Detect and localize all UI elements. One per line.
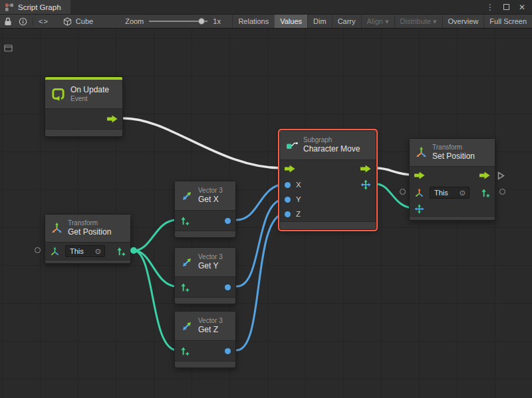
wire-getposition-to-getz[interactable] xyxy=(134,250,177,350)
vector3-icon xyxy=(180,189,194,203)
value-output-port[interactable] xyxy=(225,284,231,290)
relations-button[interactable]: Relations xyxy=(232,15,274,28)
getposition-value-output-port[interactable] xyxy=(130,247,137,254)
distribute-dropdown[interactable]: Distribute ▾ xyxy=(394,15,442,28)
input-port-y[interactable] xyxy=(285,197,291,203)
flow-input-port[interactable] xyxy=(414,171,425,179)
value-output-port[interactable] xyxy=(225,348,231,354)
flow-output-port[interactable] xyxy=(479,171,490,179)
graph-inspector-icon[interactable] xyxy=(4,43,13,55)
flow-output-port[interactable] xyxy=(360,165,371,173)
port-label-z: Z xyxy=(296,210,301,218)
wire-flow-onupdate-to-charactermove[interactable] xyxy=(124,118,282,168)
node-footer xyxy=(175,297,235,304)
node-footer xyxy=(175,231,235,237)
node-title: Get Z xyxy=(198,325,223,335)
node-get-y[interactable]: Vector 3 Get Y xyxy=(174,247,236,304)
toolbar-separator xyxy=(33,17,33,26)
node-category: Subgraph xyxy=(303,136,360,145)
vector3-input-port-icon[interactable] xyxy=(180,216,190,226)
node-header[interactable]: Transform Get Position xyxy=(45,215,130,243)
vector3-input-port-icon[interactable] xyxy=(414,204,424,214)
zoom-control: Zoom 1x xyxy=(125,17,221,25)
title-bar: Script Graph ⋮ ✕ xyxy=(0,0,532,15)
node-header[interactable]: Vector 3 Get Y xyxy=(175,248,235,277)
target-field[interactable]: This ⊙ xyxy=(430,187,469,199)
target-object-label[interactable]: Cube xyxy=(76,17,93,25)
object-picker-icon[interactable]: ⊙ xyxy=(95,247,101,256)
tab-script-graph[interactable]: Script Graph xyxy=(0,0,70,14)
object-picker-icon[interactable]: ⊙ xyxy=(460,189,466,197)
node-set-position[interactable]: Transform Set Position xyxy=(409,138,495,221)
target-field[interactable]: This ⊙ xyxy=(65,245,105,257)
window-chrome: ⋮ ✕ xyxy=(486,0,532,14)
getposition-this-unconnected-port[interactable] xyxy=(35,247,41,253)
close-icon[interactable]: ✕ xyxy=(519,3,525,11)
zoom-slider-knob[interactable] xyxy=(198,18,205,25)
script-graph-icon xyxy=(5,3,14,12)
node-header[interactable]: Vector 3 Get Z xyxy=(175,312,235,341)
zoom-slider[interactable] xyxy=(149,17,207,25)
node-get-z[interactable]: Vector 3 Get Z xyxy=(174,311,236,368)
vector3-icon xyxy=(180,256,194,269)
wire-getx-to-charactermove-x[interactable] xyxy=(237,184,286,220)
node-header[interactable]: Subgraph Character Move xyxy=(280,131,376,160)
node-get-position[interactable]: Transform Get Position This ⊙ xyxy=(45,214,131,264)
node-character-move[interactable]: Subgraph Character Move X xyxy=(279,130,376,230)
node-header[interactable]: Transform Set Position xyxy=(410,139,495,167)
node-category: Vector 3 xyxy=(198,253,223,262)
setposition-value-unconnected-port[interactable] xyxy=(499,189,505,195)
zoom-value: 1x xyxy=(213,17,221,25)
transform-icon xyxy=(51,222,63,235)
node-footer xyxy=(45,260,130,263)
node-header[interactable]: On Update Event xyxy=(45,80,122,109)
edit-graph-icon[interactable]: <> xyxy=(39,17,49,25)
overview-button[interactable]: Overview xyxy=(442,15,484,28)
node-title: Set Position xyxy=(432,151,475,161)
toolbar-buttons: Relations Values Dim Carry Align ▾ Distr… xyxy=(232,15,532,28)
maximize-icon[interactable] xyxy=(503,4,509,10)
node-category: Vector 3 xyxy=(198,187,223,195)
node-on-update[interactable]: On Update Event xyxy=(45,76,123,137)
vector3-output-port-icon[interactable] xyxy=(360,179,371,190)
flow-output-port[interactable] xyxy=(107,115,118,123)
align-dropdown[interactable]: Align ▾ xyxy=(361,15,394,28)
wire-gety-to-charactermove-y[interactable] xyxy=(237,199,286,286)
node-header[interactable]: Vector 3 Get X xyxy=(175,181,235,211)
input-port-z[interactable] xyxy=(285,211,291,217)
node-footer xyxy=(410,216,495,220)
node-footer xyxy=(280,221,376,229)
values-button[interactable]: Values xyxy=(274,15,307,28)
vector3-input-port-icon[interactable] xyxy=(180,282,190,292)
carry-button[interactable]: Carry xyxy=(332,15,361,28)
port-label-x: X xyxy=(296,181,301,189)
node-subtitle: Event xyxy=(70,95,109,104)
wire-flow-charactermove-to-setposition[interactable] xyxy=(376,168,414,175)
transform-port-icon[interactable] xyxy=(414,188,424,198)
chevron-down-icon: ▾ xyxy=(433,17,437,26)
value-output-port-icon[interactable] xyxy=(116,247,126,256)
info-icon[interactable] xyxy=(19,17,27,26)
graph-toolbar: <> Cube Zoom 1x Relations Values Dim Car… xyxy=(0,15,532,29)
chevron-down-icon: ▾ xyxy=(385,17,389,26)
wire-charactermove-to-setposition-value[interactable] xyxy=(376,184,414,208)
node-get-x[interactable]: Vector 3 Get X xyxy=(174,181,236,238)
node-title: Get Position xyxy=(68,227,111,237)
input-port-x[interactable] xyxy=(285,182,291,188)
value-output-port-icon[interactable] xyxy=(480,188,490,198)
setposition-this-unconnected-port[interactable] xyxy=(400,189,406,195)
dim-button[interactable]: Dim xyxy=(307,15,332,28)
node-category: Vector 3 xyxy=(198,317,223,326)
lock-icon[interactable] xyxy=(4,17,12,26)
vector3-input-port-icon[interactable] xyxy=(180,346,190,356)
subgraph-icon xyxy=(285,139,299,152)
transform-port-icon[interactable] xyxy=(50,247,60,256)
graph-canvas[interactable]: On Update Event Subgraph xyxy=(0,29,532,398)
flow-input-port[interactable] xyxy=(285,165,295,173)
fullscreen-button[interactable]: Full Screen xyxy=(483,15,532,28)
wire-getposition-to-getx[interactable] xyxy=(134,220,177,250)
setposition-flow-out-unconnected-port[interactable] xyxy=(497,171,505,183)
value-output-port[interactable] xyxy=(225,218,231,224)
window-menu-icon[interactable]: ⋮ xyxy=(486,3,494,11)
tab-title: Script Graph xyxy=(18,3,61,11)
